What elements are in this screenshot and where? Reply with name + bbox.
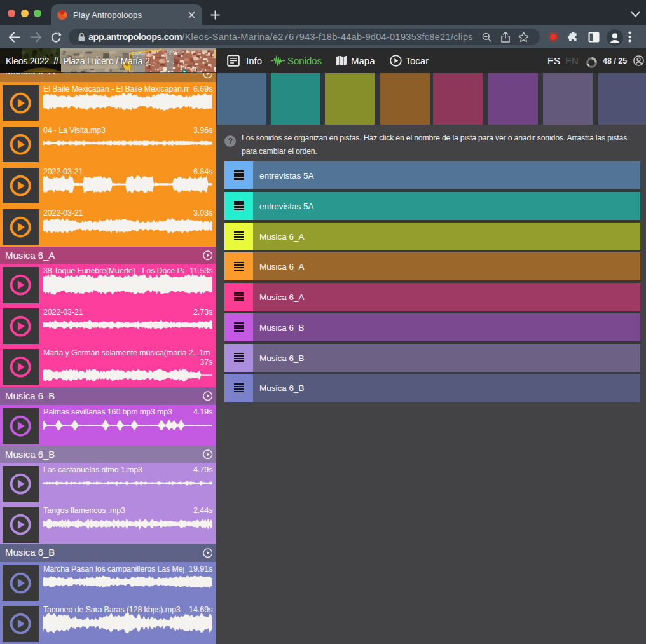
svg-text:Calle Larga: Calle Larga xyxy=(167,50,185,53)
svg-text:C.deAcetres: C.deAcetres xyxy=(132,51,151,55)
